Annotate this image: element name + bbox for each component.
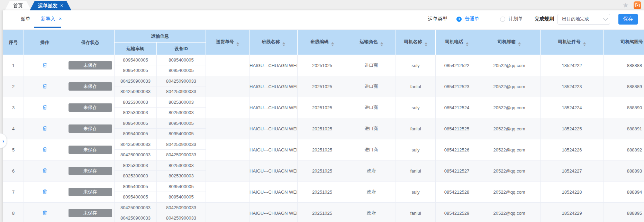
sort-arrows-icon[interactable] [282, 42, 285, 46]
sort-arrows-icon[interactable] [466, 42, 469, 46]
cell-action [24, 76, 66, 97]
cell-transport-role: 进口商 [347, 55, 396, 76]
device-value-2: 8025300003 [157, 108, 206, 118]
trash-button[interactable] [41, 83, 49, 91]
cell-driver-email: 20522@qq.com [478, 118, 541, 139]
cell-index: 8 [3, 203, 24, 222]
cell-driver-license-no: 888889 [604, 76, 644, 97]
cell-route-code: 20251025 [298, 182, 347, 203]
col-header-driver-email[interactable]: 司机邮箱 [478, 30, 541, 55]
radio-plan-waybill[interactable]: 计划单 [500, 16, 523, 22]
cell-transport-role: 进口商 [347, 118, 396, 139]
col-header-driver-license-no[interactable]: 司机驾照号 [604, 30, 644, 55]
tab-home-label: 首页 [13, 3, 23, 8]
device-value-1: 8095400005 [157, 55, 206, 65]
trash-icon [42, 104, 47, 110]
device-value-2: 8095400005 [157, 129, 206, 139]
col-header-route-name[interactable]: 班线名称 [250, 30, 298, 55]
sort-arrows-icon[interactable] [331, 42, 334, 46]
vehicle-value-1: 804250900033 [115, 139, 156, 150]
cell-driver-license-no: 888893 [604, 160, 644, 182]
radio-normal-waybill[interactable]: 普通单 [456, 16, 479, 22]
folder-star-icon[interactable] [634, 1, 641, 9]
trash-button[interactable] [41, 62, 49, 70]
cell-driver-email: 20522@qq.com [478, 139, 541, 160]
cell-driver-phone: 0854212529 [436, 203, 478, 222]
subtab-new-import-label: 新导入 [41, 16, 55, 21]
trash-button[interactable] [41, 125, 49, 133]
device-value-1: 804250900033 [157, 203, 206, 213]
col-label: 司机证件号 [558, 39, 581, 44]
cell-transport-role: 进口商 [347, 97, 396, 118]
trash-button[interactable] [41, 146, 49, 154]
cell-route-name: HAIGU---CHUAGN WEI [250, 76, 298, 97]
vehicle-value-2: 804250900033 [115, 213, 156, 222]
cell-save-status: 未保存 [66, 182, 115, 203]
cell-driver-id-no: 18524226 [541, 139, 604, 160]
cell-driver-name: fanlul [396, 203, 436, 222]
top-tab-bar: 首页 运单派发× ★ [0, 0, 644, 10]
finish-rule-label: 完成规则 [535, 16, 554, 22]
vehicle-value-1: 804250900033 [115, 76, 156, 86]
cell-save-status: 未保存 [66, 76, 115, 97]
col-header-delivery-no[interactable]: 送货单号 [206, 30, 250, 55]
cell-action [24, 118, 66, 139]
cell-driver-phone: 0854212522 [436, 55, 478, 76]
vehicle-value-2: 8025300003 [115, 171, 156, 181]
tab-waybill-dispatch[interactable]: 运单派发× [30, 1, 71, 10]
trash-button[interactable] [41, 167, 49, 175]
cell-device-id: 804250900033 804250900033 [157, 203, 206, 222]
tab-waybill-dispatch-label: 运单派发 [38, 3, 57, 8]
trash-button[interactable] [41, 209, 49, 217]
cell-device-id: 8025300003 8025300003 [157, 97, 206, 118]
cell-transport-role: 政府 [347, 160, 396, 182]
col-header-driver-phone[interactable]: 司机电话 [436, 30, 478, 55]
cell-save-status: 未保存 [66, 160, 115, 182]
table-row: 3 未保存 8025300003 8025300003 8025300003 8… [3, 97, 644, 118]
save-button[interactable]: 保存 [618, 14, 638, 25]
col-header-transport-role[interactable]: 运输角色 [347, 30, 396, 55]
cell-driver-phone: 0854212528 [436, 182, 478, 203]
vehicle-value-2: 8095400005 [115, 65, 156, 76]
finish-rule-select[interactable]: 出目的地完成 [557, 14, 610, 25]
radio-unselected-icon[interactable] [500, 17, 505, 22]
cell-driver-email: 20522@qq.com [478, 160, 541, 182]
subtab-new-import[interactable]: 新导入× [41, 16, 62, 22]
vehicle-value-1: 8095400005 [115, 55, 156, 65]
sort-arrows-icon[interactable] [380, 42, 383, 46]
cell-driver-license-no: 888894 [604, 182, 644, 203]
close-icon[interactable]: × [59, 16, 62, 21]
trash-button[interactable] [41, 188, 49, 196]
cell-index: 4 [3, 118, 24, 139]
radio-selected-icon[interactable] [456, 17, 462, 22]
trash-icon [42, 126, 47, 131]
close-icon[interactable]: × [60, 3, 63, 8]
col-header-route-code[interactable]: 班线编码 [298, 30, 347, 55]
trash-icon [42, 62, 47, 68]
cell-driver-id-no: 18524229 [541, 203, 604, 222]
tab-home[interactable]: 首页 [5, 1, 31, 10]
device-value-2: 8095400005 [157, 192, 206, 202]
device-value-2: 804250900033 [157, 213, 206, 222]
cell-driver-email: 20522@qq.com [478, 55, 541, 76]
subtab-dispatch-label: 派单 [21, 16, 30, 21]
sort-arrows-icon[interactable] [518, 42, 521, 46]
cell-route-name: HAIGU---CHUAGN WEI [250, 55, 298, 76]
cell-driver-license-no: 888895 [604, 203, 644, 222]
col-header-driver-name[interactable]: 司机名称 [396, 30, 436, 55]
sort-arrows-icon[interactable] [425, 42, 427, 46]
sort-arrows-icon[interactable] [583, 42, 586, 46]
trash-button[interactable] [41, 104, 49, 112]
cell-transport-role: 进口商 [347, 139, 396, 160]
cell-transport-role: 政府 [347, 182, 396, 203]
device-value-2: 8025300003 [157, 171, 206, 181]
device-value-2: 8095400005 [157, 65, 206, 76]
star-icon[interactable]: ★ [623, 1, 629, 10]
device-value-1: 804250900033 [157, 139, 206, 150]
cell-delivery-no [206, 182, 250, 203]
cell-device-id: 8095400005 8095400005 [157, 182, 206, 203]
sort-arrows-icon[interactable] [236, 42, 239, 46]
status-badge: 未保存 [69, 167, 112, 175]
subtab-dispatch[interactable]: 派单 [21, 16, 30, 22]
col-header-driver-id-no[interactable]: 司机证件号 [541, 30, 604, 55]
